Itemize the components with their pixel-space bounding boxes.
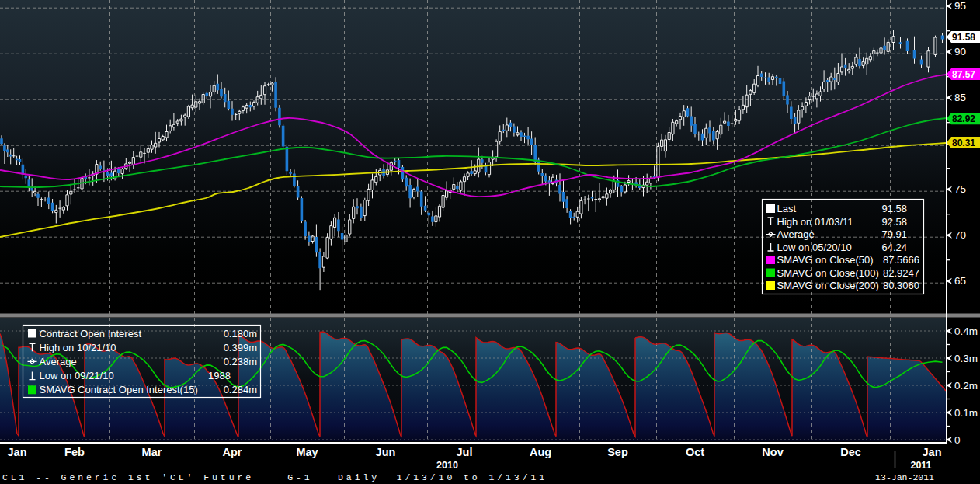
svg-text:0.2m: 0.2m: [954, 380, 978, 392]
svg-text:Mar: Mar: [142, 446, 162, 458]
svg-text:87.57: 87.57: [952, 69, 975, 80]
svg-text:92.58: 92.58: [881, 216, 907, 228]
svg-text:2010: 2010: [436, 460, 458, 471]
svg-text:90: 90: [954, 46, 966, 57]
svg-text:91.58: 91.58: [952, 32, 975, 43]
svg-text:0.238m: 0.238m: [224, 356, 257, 367]
svg-text:64.24: 64.24: [881, 242, 907, 253]
svg-text:Feb: Feb: [64, 446, 85, 458]
svg-text:SMAVG on Close(200): SMAVG on Close(200): [777, 280, 879, 291]
svg-text:SMAVG Contract Open Interest(1: SMAVG Contract Open Interest(15): [40, 384, 198, 395]
svg-text:0.399m: 0.399m: [224, 342, 257, 353]
svg-text:82.92: 82.92: [952, 113, 975, 124]
svg-text:75: 75: [954, 183, 966, 195]
svg-text:79.91: 79.91: [881, 228, 907, 240]
svg-text:Dec: Dec: [840, 446, 861, 458]
svg-text:87.5666: 87.5666: [883, 254, 919, 266]
svg-text:Nov: Nov: [762, 446, 783, 458]
svg-text:May: May: [296, 446, 318, 458]
svg-text:Apr: Apr: [223, 446, 242, 458]
svg-text:65: 65: [954, 275, 966, 287]
svg-text:Aug: Aug: [530, 446, 551, 458]
svg-text:Low on 09/21/10: Low on 09/21/10: [40, 370, 114, 381]
svg-text:Jun: Jun: [376, 446, 396, 458]
svg-text:Oct: Oct: [686, 446, 704, 458]
svg-text:High on 01/03/11: High on 01/03/11: [777, 216, 853, 228]
svg-text:Average: Average: [40, 356, 77, 367]
svg-text:0: 0: [954, 434, 961, 446]
svg-text:70: 70: [954, 229, 966, 241]
svg-text:0.3m: 0.3m: [954, 353, 978, 364]
svg-text:82.9247: 82.9247: [883, 267, 919, 279]
svg-text:High on 10/21/10: High on 10/21/10: [40, 342, 116, 353]
svg-text:CL1 -- Generic 1st 'CL' Future: CL1 -- Generic 1st 'CL' Future G-1 Daily…: [2, 472, 547, 482]
svg-text:Jul: Jul: [457, 446, 473, 458]
svg-text:91.58: 91.58: [881, 203, 907, 214]
svg-text:95: 95: [954, 0, 966, 12]
svg-text:Low on 05/20/10: Low on 05/20/10: [777, 242, 852, 253]
svg-text:2011: 2011: [910, 460, 931, 471]
svg-text:0.284m: 0.284m: [224, 384, 257, 395]
svg-text:1988: 1988: [208, 370, 231, 381]
svg-text:Average: Average: [777, 228, 815, 240]
svg-text:0.1m: 0.1m: [954, 407, 978, 419]
svg-text:Jan: Jan: [8, 446, 27, 458]
svg-text:SMAVG on Close(100): SMAVG on Close(100): [777, 267, 879, 279]
svg-text:Sep: Sep: [607, 446, 628, 458]
svg-text:Contract Open Interest: Contract Open Interest: [40, 328, 142, 339]
svg-text:0.4m: 0.4m: [954, 326, 978, 337]
svg-text:85: 85: [954, 92, 966, 103]
svg-text:Jan: Jan: [923, 446, 942, 458]
svg-text:13-Jan-2011: 13-Jan-2011: [875, 472, 934, 482]
svg-text:SMAVG on Close(50): SMAVG on Close(50): [777, 254, 874, 266]
svg-text:80.3060: 80.3060: [883, 280, 919, 291]
svg-text:80.31: 80.31: [952, 138, 975, 148]
svg-text:Last: Last: [777, 203, 797, 214]
svg-text:0.180m: 0.180m: [224, 328, 257, 339]
